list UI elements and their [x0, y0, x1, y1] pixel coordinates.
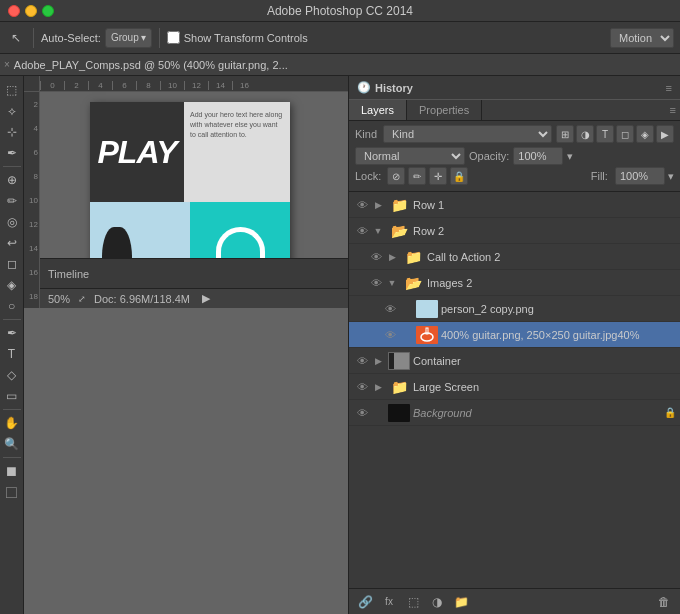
guitar-thumb-svg — [417, 327, 437, 343]
layer-call-to-action-2[interactable]: 👁 ▶ 📁 Call to Action 2 — [349, 244, 680, 270]
path-tool[interactable]: ◇ — [2, 365, 22, 385]
visibility-row2[interactable]: 👁 — [353, 222, 371, 240]
visibility-images2[interactable]: 👁 — [367, 274, 385, 292]
kind-label: Kind — [355, 128, 377, 140]
expand-container[interactable]: ▶ — [371, 354, 385, 368]
visibility-person2[interactable]: 👁 — [381, 300, 399, 318]
tab-layers[interactable]: Layers — [349, 100, 407, 120]
link-icon[interactable]: 🔗 — [355, 592, 375, 612]
layer-guitar[interactable]: 👁 ▶ 400% guitar.png, 250×250 guitar.jpg4… — [349, 322, 680, 348]
lock-position-icon[interactable]: ✛ — [429, 167, 447, 185]
layers-list[interactable]: 👁 ▶ 📁 Row 1 👁 ▼ 📂 Row 2 👁 ▶ 📁 Call to Ac… — [349, 192, 680, 588]
lock-image-icon[interactable]: ✏ — [408, 167, 426, 185]
canvas-content[interactable]: PLAY Add your hero text here along with … — [40, 92, 348, 308]
close-button[interactable] — [8, 5, 20, 17]
layer-container[interactable]: 👁 ▶ Container — [349, 348, 680, 374]
minimize-button[interactable] — [25, 5, 37, 17]
gradient-tool[interactable]: ◈ — [2, 275, 22, 295]
video-filter-icon[interactable]: ▶ — [656, 125, 674, 143]
visibility-row1[interactable]: 👁 — [353, 196, 371, 214]
visibility-container[interactable]: 👁 — [353, 352, 371, 370]
folder-icon-cta2: 📁 — [402, 248, 424, 266]
expand-images2[interactable]: ▼ — [385, 276, 399, 290]
move-tool-icon[interactable]: ↖ — [6, 28, 26, 48]
lock-transparency-icon[interactable]: ⊘ — [387, 167, 405, 185]
ruler-mark: 4 — [88, 81, 112, 90]
eyedropper-tool[interactable]: ✒ — [2, 143, 22, 163]
blend-mode-select[interactable]: Normal — [355, 147, 465, 165]
background-color[interactable]: □ — [2, 482, 22, 502]
eraser-tool[interactable]: ◻ — [2, 254, 22, 274]
expand-row1[interactable]: ▶ — [371, 198, 385, 212]
toolbar: ↖ Auto-Select: Group ▾ Show Transform Co… — [0, 22, 680, 54]
zoom-tool[interactable]: 🔍 — [2, 434, 22, 454]
text-tool[interactable]: T — [2, 344, 22, 364]
opacity-input[interactable] — [513, 147, 563, 165]
layer-person2copy[interactable]: 👁 ▶ person_2 copy.png — [349, 296, 680, 322]
pixel-filter-icon[interactable]: ⊞ — [556, 125, 574, 143]
folder-icon-row1: 📁 — [388, 196, 410, 214]
motion-select[interactable]: Motion — [610, 28, 674, 48]
shape-tool[interactable]: ▭ — [2, 386, 22, 406]
traffic-lights[interactable] — [8, 5, 54, 17]
mask-icon[interactable]: ⬚ — [403, 592, 423, 612]
tool-sep-3 — [3, 409, 21, 410]
brush-tool[interactable]: ✏ — [2, 191, 22, 211]
thumb-guitar — [416, 326, 438, 344]
layer-images-2[interactable]: 👁 ▼ 📂 Images 2 — [349, 270, 680, 296]
layers-panel-menu[interactable]: ≡ — [666, 100, 680, 120]
lasso-tool[interactable]: ⟡ — [2, 101, 22, 121]
selection-tool[interactable]: ⬚ — [2, 80, 22, 100]
layer-background[interactable]: 👁 ▶ Background 🔒 — [349, 400, 680, 426]
adjustment-filter-icon[interactable]: ◑ — [576, 125, 594, 143]
healing-tool[interactable]: ⊕ — [2, 170, 22, 190]
dodge-tool[interactable]: ○ — [2, 296, 22, 316]
show-transform-checkbox[interactable] — [167, 31, 180, 44]
new-folder-icon[interactable]: 📁 — [451, 592, 471, 612]
adjustment-icon[interactable]: ◑ — [427, 592, 447, 612]
crop-tool[interactable]: ⊹ — [2, 122, 22, 142]
history-brush-tool[interactable]: ↩ — [2, 233, 22, 253]
tab-properties[interactable]: Properties — [407, 100, 482, 120]
pen-tool[interactable]: ✒ — [2, 323, 22, 343]
tools-panel: ⬚ ⟡ ⊹ ✒ ⊕ ✏ ◎ ↩ ◻ ◈ ○ ✒ T ◇ ▭ ✋ 🔍 ■ □ — [0, 76, 24, 614]
show-transform-checkbox-label[interactable]: Show Transform Controls — [167, 31, 308, 44]
trash-icon[interactable]: 🗑 — [654, 592, 674, 612]
fill-input[interactable] — [615, 167, 665, 185]
expand-row2[interactable]: ▼ — [371, 224, 385, 238]
ruler-left: 2 4 6 8 10 12 14 16 18 — [24, 92, 40, 308]
group-select-button[interactable]: Group ▾ — [105, 28, 152, 48]
hand-tool[interactable]: ✋ — [2, 413, 22, 433]
fill-arrow[interactable]: ▾ — [668, 170, 674, 182]
text-filter-icon[interactable]: T — [596, 125, 614, 143]
app-title: Adobe Photoshop CC 2014 — [267, 4, 413, 18]
lock-all-icon[interactable]: 🔒 — [450, 167, 468, 185]
folder-icon-large-screen: 📁 — [388, 378, 410, 396]
layer-large-screen[interactable]: 👁 ▶ 📁 Large Screen — [349, 374, 680, 400]
forward-icon[interactable]: ▶ — [202, 292, 210, 305]
panel-menu-icon[interactable]: ≡ — [666, 82, 672, 94]
folder-icon-row2: 📂 — [388, 222, 410, 240]
doc-tab-label[interactable]: Adobe_PLAY_Comps.psd @ 50% (400% guitar.… — [14, 59, 288, 71]
maximize-button[interactable] — [42, 5, 54, 17]
doc-close-button[interactable]: × — [4, 59, 10, 70]
visibility-large-screen[interactable]: 👁 — [353, 378, 371, 396]
foreground-color[interactable]: ■ — [2, 461, 22, 481]
shape-filter-icon[interactable]: ◻ — [616, 125, 634, 143]
layer-row2[interactable]: 👁 ▼ 📂 Row 2 — [349, 218, 680, 244]
smart-filter-icon[interactable]: ◈ — [636, 125, 654, 143]
visibility-cta2[interactable]: 👁 — [367, 248, 385, 266]
zoom-icon: ⤢ — [78, 294, 86, 304]
layer-row1[interactable]: 👁 ▶ 📁 Row 1 — [349, 192, 680, 218]
timeline-bar: Timeline — [40, 258, 348, 288]
clone-tool[interactable]: ◎ — [2, 212, 22, 232]
layer-name-row1: Row 1 — [413, 199, 676, 211]
visibility-background[interactable]: 👁 — [353, 404, 371, 422]
opacity-arrow[interactable]: ▾ — [567, 150, 573, 163]
kind-select[interactable]: Kind — [383, 125, 552, 143]
fx-icon[interactable]: fx — [379, 592, 399, 612]
expand-cta2[interactable]: ▶ — [385, 250, 399, 264]
canvas-area[interactable]: 0 2 4 6 8 10 12 14 16 2 4 6 8 10 12 — [24, 76, 348, 614]
visibility-guitar[interactable]: 👁 — [381, 326, 399, 344]
expand-large-screen[interactable]: ▶ — [371, 380, 385, 394]
